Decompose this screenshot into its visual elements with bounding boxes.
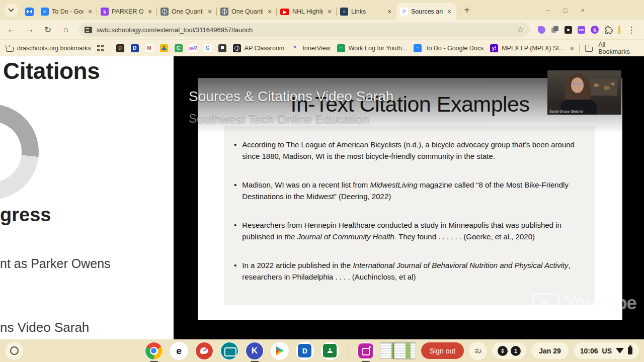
chevron-down-icon [8,6,14,12]
bookmark-item[interactable] [160,44,168,52]
tab-close-icon[interactable]: × [266,8,273,16]
shelf-app-classroom[interactable] [321,342,339,360]
bookmarks-folder[interactable]: draschools.org bookmarks [6,45,91,52]
window-previews[interactable] [380,342,416,359]
all-bookmarks-button[interactable]: All Bookmarks [598,41,638,55]
bullet-text: Researchers from Hennepin Healthcare con… [242,219,585,242]
browser-tab[interactable]: ≡To Do - Google D× [37,3,97,20]
shelf-app-play[interactable] [271,342,289,360]
play-icon [532,293,560,313]
world-map-decor [587,78,617,96]
bookmarks-overflow-chevron[interactable]: » [570,45,574,52]
profile-avatar[interactable] [618,26,620,34]
extension-purple-icon[interactable] [538,26,545,34]
bookmark-item[interactable]: *InnerView [291,44,330,52]
tab-close-icon[interactable]: × [146,8,153,16]
home-button[interactable]: ⌂ [58,22,73,37]
tab-label: One Quantitativ [172,8,203,15]
tab-close-icon[interactable]: × [446,8,453,16]
shelf-separator [348,344,348,357]
slide-bullets: •According to The League of American Bic… [234,139,585,283]
tab-close-icon[interactable]: × [87,8,94,16]
tab-close-icon[interactable]: × [386,8,393,16]
tab-label: One Quantitati [231,8,263,15]
media-controls-button[interactable] [469,342,487,360]
wifi-icon [616,348,624,353]
notification-count-badge: 1 [511,346,521,356]
extensions-puzzle-icon[interactable] [604,26,613,34]
pinned-tab[interactable] [21,3,37,20]
shelf-app-pinkapp[interactable] [357,342,375,360]
bookmark-item[interactable]: D [116,44,124,52]
bookmark-item[interactable]: D [131,44,139,52]
shelf-app-screencast[interactable] [220,342,238,360]
shelf-app-eapp[interactable]: e [170,342,188,360]
sign-out-button[interactable]: Sign out [421,342,464,359]
bookmark-items: DDMCwRGAP Classroom*InnerView≡Work Log f… [116,44,565,52]
tab-search-button[interactable] [4,3,18,17]
bookmark-item[interactable]: C [175,44,183,52]
bookmark-item[interactable]: ≡To Do - Google Docs [414,44,484,52]
yahoo-icon: y! [490,44,498,52]
bookmark-label: Work Log for Youth... [349,45,408,52]
shelf-app-canvas[interactable] [195,342,213,360]
shelf-app-kamiapp[interactable]: K [246,342,264,360]
browser-tab[interactable]: PSources and Cit× [396,3,456,20]
bookmark-item[interactable]: G [204,44,212,52]
close-button[interactable]: × [581,7,585,14]
extension-badge-icon[interactable] [565,26,572,34]
tab-label: NHL Highlights [292,8,323,15]
pinned-tab-favicon-icon [25,8,34,16]
video-title-link[interactable]: Sources & Citations Video Sarah [189,88,393,105]
bookmark-item[interactable]: M [145,44,153,52]
menu-kebab-icon[interactable]: ⋮ [626,22,637,37]
badger-icon [218,44,226,52]
back-button[interactable]: ← [4,22,19,37]
bookmark-item[interactable]: AP Classroom [233,44,285,52]
kami-extension-icon[interactable] [591,26,599,34]
window-preview-thumbnail[interactable] [394,342,416,359]
shelf-app-chrome[interactable] [145,342,163,360]
tab-close-icon[interactable]: × [206,8,213,16]
status-tray[interactable]: 1 [492,342,526,359]
url-text[interactable]: swtc.schoology.com/external_tool/3116496… [97,26,513,34]
person-glyph [328,348,333,353]
read-write-extension-icon[interactable] [578,26,585,34]
date-button[interactable]: Jan 29 [531,342,569,359]
minimize-button[interactable]: – [546,7,549,14]
apps-grid-icon[interactable] [97,45,104,51]
extension-tabs-icon[interactable] [551,26,559,34]
globe-icon [220,8,228,16]
chromeos-shelf: eKD Sign out 1 Jan 29 10:06 US [0,339,644,362]
shelf-app-discovery[interactable]: D [296,342,314,360]
bullet-icon: • [234,219,236,242]
bookmark-item[interactable]: y!MPLX LP (MPLX) St... [490,44,564,52]
youtube-watermark[interactable]: YouTube [532,293,636,314]
tab-label: To Do - Google D [52,8,84,15]
page-content: Citations gress nt as Parker Owens ns Vi… [0,56,644,339]
forward-button[interactable]: → [22,22,37,37]
launcher-button[interactable] [5,342,23,360]
reload-button[interactable]: ↻ [40,22,55,37]
browser-tab[interactable]: One Quantitati× [217,3,277,20]
tab-close-icon[interactable]: × [326,8,333,16]
bookmark-star-icon[interactable]: ☆ [517,25,524,34]
bookmark-item[interactable] [218,44,226,52]
browser-tab[interactable]: ≡Links× [337,3,396,20]
slide-bullet: •According to The League of American Bic… [234,139,585,162]
browser-tab[interactable]: kPARKER OWENS× [97,3,157,20]
progress-donut-chart [0,104,39,200]
bookmark-label: AP Classroom [245,45,285,52]
ime-locale-text: US [602,347,612,355]
system-tray[interactable]: 10:06 US [574,342,639,359]
browser-tab[interactable]: ▶NHL Highlights× [277,3,337,20]
maximize-button[interactable]: □ [564,7,568,14]
youtube-player[interactable]: •According to The League of American Bic… [174,56,644,339]
browser-tab[interactable]: One Quantitativ× [157,3,217,20]
bookmark-item[interactable]: wR [189,44,197,52]
site-info-icon[interactable] [85,27,92,33]
new-tab-button[interactable]: + [459,3,474,18]
address-bar[interactable]: swtc.schoology.com/external_tool/3116496… [78,23,530,37]
bookmark-item[interactable]: ≡Work Log for Youth... [337,44,408,52]
account-text: nt as Parker Owens [0,256,111,271]
